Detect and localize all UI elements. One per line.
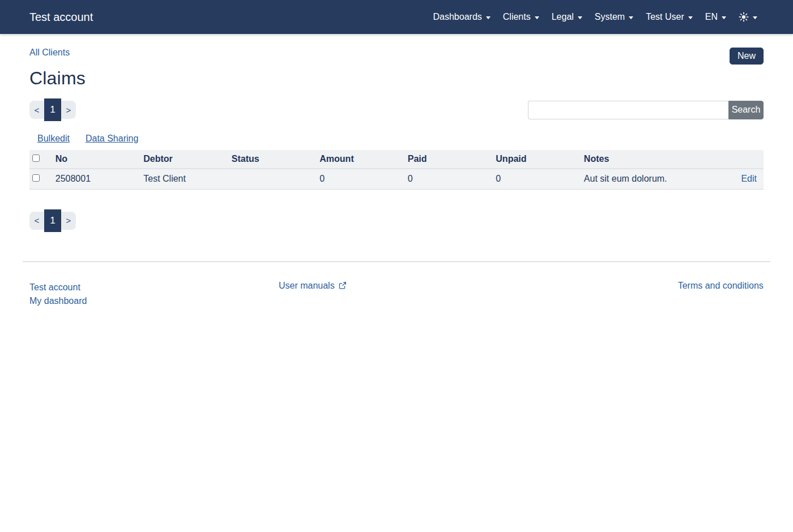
- bulkedit-link[interactable]: Bulkedit: [37, 134, 70, 144]
- nav-item-system[interactable]: System: [589, 7, 639, 27]
- chevron-down-icon: [688, 16, 693, 19]
- column-header-amount: Amount: [313, 150, 401, 169]
- chevron-down-icon: [486, 16, 491, 19]
- cell-no: 2508001: [49, 169, 137, 189]
- footer-left: Test account My dashboard: [29, 281, 274, 308]
- nav-item-label: Test User: [646, 12, 684, 22]
- search-group: Search: [528, 101, 764, 119]
- toolbar: < 1 > Search: [29, 98, 764, 121]
- top-navbar: Test account Dashboards Clients Legal Sy…: [0, 0, 793, 34]
- column-header-debtor: Debtor: [137, 150, 225, 169]
- column-header-unpaid: Unpaid: [489, 150, 577, 169]
- cell-status: [225, 169, 313, 189]
- new-button[interactable]: New: [730, 48, 764, 65]
- page-title: Claims: [29, 68, 764, 89]
- chevron-down-icon: [535, 16, 539, 19]
- chevron-down-icon: [753, 16, 757, 19]
- nav-item-label: Clients: [503, 12, 531, 22]
- table-header-row: No Debtor Status Amount Paid Unpaid Note…: [29, 150, 764, 169]
- pagination-next-button[interactable]: >: [61, 212, 76, 230]
- pagination-page-1[interactable]: 1: [44, 98, 61, 121]
- terms-link[interactable]: Terms and conditions: [678, 281, 764, 290]
- footer-right: Terms and conditions: [519, 281, 764, 308]
- cell-paid: 0: [401, 169, 489, 189]
- footer-divider: [23, 261, 770, 262]
- pagination-prev-button[interactable]: <: [29, 101, 44, 119]
- cell-debtor: Test Client: [137, 169, 225, 189]
- nav-item-clients[interactable]: Clients: [497, 7, 545, 27]
- nav-item-legal[interactable]: Legal: [545, 7, 589, 27]
- chevron-down-icon: [629, 16, 633, 19]
- pagination-prev-button[interactable]: <: [29, 212, 44, 230]
- chevron-down-icon: [578, 16, 582, 19]
- column-header-actions: [721, 150, 764, 169]
- edit-link[interactable]: Edit: [741, 174, 757, 183]
- pagination-bottom: < 1 >: [29, 209, 764, 232]
- nav-item-language[interactable]: EN: [699, 7, 732, 27]
- column-header-no: No: [49, 150, 137, 169]
- nav-item-user[interactable]: Test User: [639, 7, 699, 27]
- column-header-paid: Paid: [401, 150, 489, 169]
- select-all-checkbox[interactable]: [32, 155, 40, 162]
- external-link-icon: [338, 281, 347, 290]
- pagination-page-1[interactable]: 1: [44, 209, 61, 232]
- theme-dropdown[interactable]: [732, 7, 764, 27]
- nav-item-label: Dashboards: [433, 12, 482, 22]
- row-checkbox[interactable]: [32, 174, 40, 182]
- chevron-down-icon: [722, 16, 726, 19]
- cell-notes: Aut sit eum dolorum.: [577, 169, 721, 189]
- column-header-status: Status: [225, 150, 313, 169]
- nav-item-label: System: [595, 12, 625, 22]
- footer: Test account My dashboard User manuals T…: [23, 281, 770, 331]
- action-links: Bulkedit Data Sharing: [29, 134, 764, 144]
- nav-item-dashboards[interactable]: Dashboards: [427, 7, 497, 27]
- breadcrumb-all-clients[interactable]: All Clients: [29, 48, 70, 58]
- breadcrumb-row: All Clients New: [29, 48, 764, 65]
- pagination-top: < 1 >: [29, 98, 76, 121]
- page-container: All Clients New Claims < 1 > Search Bulk…: [0, 48, 793, 331]
- brand-link[interactable]: Test account: [29, 11, 93, 24]
- nav-item-label: EN: [705, 12, 718, 22]
- cell-unpaid: 0: [489, 169, 577, 189]
- cell-amount: 0: [313, 169, 401, 189]
- claims-table: No Debtor Status Amount Paid Unpaid Note…: [29, 150, 764, 190]
- pagination-next-button[interactable]: >: [61, 101, 76, 119]
- search-button[interactable]: Search: [728, 101, 764, 119]
- footer-center: User manuals: [274, 281, 519, 308]
- user-manuals-link[interactable]: User manuals: [279, 281, 335, 291]
- column-header-notes: Notes: [577, 150, 721, 169]
- content-container: All Clients New Claims < 1 > Search Bulk…: [23, 48, 770, 232]
- nav-menu: Dashboards Clients Legal System Test Use…: [427, 7, 764, 27]
- table-row: 2508001 Test Client 0 0 0 Aut sit eum do…: [29, 169, 764, 189]
- sun-icon: [739, 12, 749, 22]
- footer-account-link[interactable]: Test account: [29, 281, 274, 294]
- search-input[interactable]: [528, 101, 728, 119]
- nav-item-label: Legal: [552, 12, 574, 22]
- footer-dashboard-link[interactable]: My dashboard: [29, 294, 274, 308]
- data-sharing-link[interactable]: Data Sharing: [86, 134, 138, 144]
